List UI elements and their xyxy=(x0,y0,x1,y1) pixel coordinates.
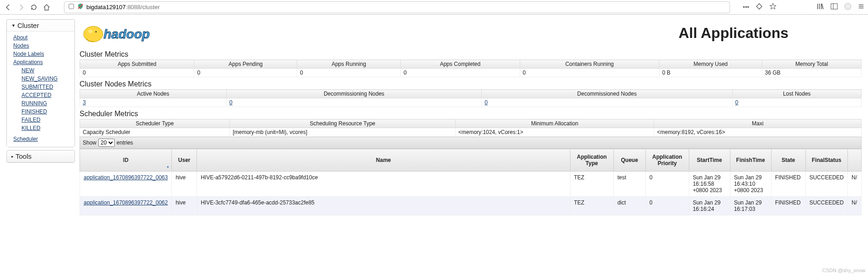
cell-user: hive xyxy=(172,172,197,197)
col-header: Maxi xyxy=(654,119,862,128)
metric-value: 0 xyxy=(297,69,401,77)
metric-value: [memory-mb (unit=Mi), vcores] xyxy=(230,128,456,137)
cell-type: TEZ xyxy=(570,197,613,215)
metric-value: <memory:1024, vCores:1> xyxy=(455,128,654,137)
sidebar-link-running[interactable]: RUNNING xyxy=(21,99,71,107)
apps-col-finishtime[interactable]: FinishTime xyxy=(730,149,771,172)
apps-col-extra[interactable] xyxy=(848,149,862,172)
cell-type: TEZ xyxy=(570,172,613,197)
sidebar-link-failed[interactable]: FAILED xyxy=(21,116,71,124)
library-icon[interactable] xyxy=(817,3,824,11)
more-icon[interactable]: ••• xyxy=(743,4,749,11)
apps-col-starttime[interactable]: StartTime xyxy=(689,149,730,172)
cell-id[interactable]: application_1670896397722_0062 xyxy=(80,197,172,215)
cluster-metrics-table: Apps SubmittedApps PendingApps RunningAp… xyxy=(80,59,862,77)
cell-finish: Sun Jan 29 16:43:10 +0800 2023 xyxy=(730,172,771,197)
cell-queue: dict xyxy=(613,197,645,215)
sidebar-link-new[interactable]: NEW xyxy=(21,66,71,75)
svg-rect-2 xyxy=(831,4,837,9)
sidebar-title-tools: Tools xyxy=(16,152,32,160)
url-text: bigdata129107:8088/cluster xyxy=(86,4,160,11)
col-header: Apps Running xyxy=(297,60,401,69)
sidebar-link-about[interactable]: About xyxy=(13,33,71,42)
sidebar-link-nodes[interactable]: Nodes xyxy=(13,42,71,50)
shield-icon xyxy=(68,3,75,11)
apps-col-user[interactable]: User xyxy=(172,149,197,172)
sidebar-link-node-labels[interactable]: Node Labels xyxy=(13,50,71,58)
browser-toolbar: bigdata129107:8088/cluster ••• xyxy=(0,0,868,15)
apps-col-application-type[interactable]: Application Type xyxy=(570,149,613,172)
cell-final: SUCCEEDED xyxy=(805,197,847,215)
insecure-icon xyxy=(77,3,84,11)
menu-icon[interactable] xyxy=(858,3,864,11)
account-icon[interactable] xyxy=(844,3,852,11)
apps-col-finalstatus[interactable]: FinalStatus xyxy=(805,149,847,172)
cell-id[interactable]: application_1670896397722_0063 xyxy=(80,172,172,197)
nodes-metrics-table: Active NodesDecommissioning NodesDecommi… xyxy=(80,89,862,107)
metric-value[interactable]: 3 xyxy=(80,98,227,107)
sidebar-head-cluster[interactable]: ▼Cluster xyxy=(7,20,75,32)
cell-name: HIVE-a57922d6-0211-497b-8192-cc9ba9fd10c… xyxy=(197,172,570,197)
sidebar-panel-cluster: ▼Cluster About Nodes Node Labels Applica… xyxy=(6,19,75,147)
metric-value[interactable]: 0 xyxy=(732,98,861,107)
col-header: Active Nodes xyxy=(80,90,227,98)
sidebar-link-finished[interactable]: FINISHED xyxy=(21,107,71,116)
cell-state: FINISHED xyxy=(771,197,805,215)
col-header: Memory Total xyxy=(762,60,861,69)
forward-button[interactable] xyxy=(16,3,26,12)
svg-point-8 xyxy=(84,27,103,42)
apps-col-state[interactable]: State xyxy=(771,149,805,172)
apps-col-application-priority[interactable]: Application Priority xyxy=(645,149,689,172)
sidebar-link-applications[interactable]: Applications xyxy=(13,58,71,66)
sidebar-panel-tools: ▸Tools xyxy=(6,150,75,163)
url-bar[interactable]: bigdata129107:8088/cluster xyxy=(64,1,730,13)
sidebar: ▼Cluster About Nodes Node Labels Applica… xyxy=(6,19,75,166)
cell-start: Sun Jan 29 16:16:58 +0800 2023 xyxy=(689,172,730,197)
sidebar-link-accepted[interactable]: ACCEPTED xyxy=(21,91,71,99)
col-header: Apps Completed xyxy=(400,60,520,69)
metric-value: 0 xyxy=(80,69,194,77)
apps-col-queue[interactable]: Queue xyxy=(613,149,645,172)
show-label: Show xyxy=(83,140,96,146)
cell-priority: 0 xyxy=(645,197,689,215)
sidebar-link-new-saving[interactable]: NEW_SAVING xyxy=(21,75,71,83)
cell-final: SUCCEEDED xyxy=(805,172,847,197)
table-row: application_1670896397722_0063hiveHIVE-a… xyxy=(80,172,862,197)
sidebar-head-tools[interactable]: ▸Tools xyxy=(7,150,75,162)
apps-col-name[interactable]: Name xyxy=(197,149,570,172)
metric-value: 36 GB xyxy=(762,69,861,77)
nodes-metrics-heading: Cluster Nodes Metrics xyxy=(80,80,862,88)
cell-finish: Sun Jan 29 16:17:03 xyxy=(730,197,771,215)
sidebar-link-scheduler[interactable]: Scheduler xyxy=(13,135,71,143)
star-icon[interactable] xyxy=(769,3,777,11)
metric-value[interactable]: 0 xyxy=(482,98,732,107)
svg-point-10 xyxy=(96,31,97,32)
reader-icon[interactable] xyxy=(756,3,763,11)
metric-value: 0 xyxy=(520,69,659,77)
sidebar-link-submitted[interactable]: SUBMITTED xyxy=(21,83,71,91)
reload-button[interactable] xyxy=(29,3,38,12)
entries-label: entries xyxy=(117,140,133,146)
table-row: application_1670896397722_0062hiveHIVE-3… xyxy=(80,197,862,215)
cell-priority: 0 xyxy=(645,172,689,197)
sidebar-icon[interactable] xyxy=(831,3,838,11)
svg-point-4 xyxy=(845,3,851,10)
col-header: Apps Pending xyxy=(194,60,297,69)
apps-col-id[interactable]: ID▼ xyxy=(80,149,172,172)
svg-point-9 xyxy=(88,30,93,33)
applications-table: ID▼UserNameApplication TypeQueueApplicat… xyxy=(80,149,862,215)
cell-user: hive xyxy=(172,197,197,215)
metric-value: Capacity Scheduler xyxy=(80,128,230,137)
back-button[interactable] xyxy=(4,3,13,12)
col-header: Apps Submitted xyxy=(80,60,194,69)
cell-extra: N/ xyxy=(848,197,862,215)
home-button[interactable] xyxy=(42,3,51,12)
metric-value: 0 B xyxy=(659,69,762,77)
caret-right-icon: ▸ xyxy=(11,154,14,159)
page-size-select[interactable]: 20 xyxy=(98,139,115,147)
hadoop-logo: hadoop xyxy=(80,19,194,47)
sidebar-link-killed[interactable]: KILLED xyxy=(21,124,71,132)
caret-down-icon: ▼ xyxy=(11,23,16,28)
col-header: Decommissioned Nodes xyxy=(482,90,732,98)
metric-value[interactable]: 0 xyxy=(226,98,482,107)
